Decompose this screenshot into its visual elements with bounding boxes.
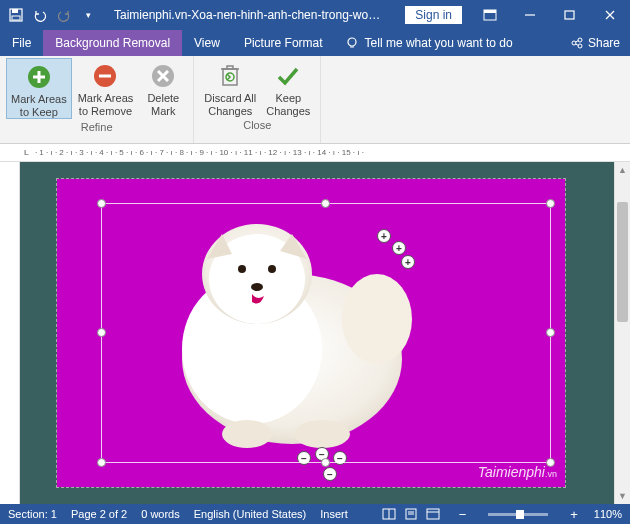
status-language[interactable]: English (United States) bbox=[194, 508, 307, 520]
crop-selection[interactable] bbox=[101, 203, 551, 463]
mark-keep-label-1: Mark Areas bbox=[11, 93, 67, 106]
status-section[interactable]: Section: 1 bbox=[8, 508, 57, 520]
scroll-down-icon[interactable]: ▼ bbox=[615, 488, 630, 504]
ribbon-options-icon[interactable] bbox=[470, 0, 510, 30]
svg-point-13 bbox=[578, 44, 582, 48]
crop-handle-n[interactable] bbox=[321, 199, 330, 208]
mark-remove-label-2: to Remove bbox=[79, 105, 132, 118]
sign-in-button[interactable]: Sign in bbox=[405, 6, 462, 24]
ribbon-group-refine: Mark Areas to Keep Mark Areas to Remove … bbox=[0, 56, 194, 143]
close-icon[interactable] bbox=[590, 0, 630, 30]
svg-point-12 bbox=[578, 38, 582, 42]
zoom-in-button[interactable]: + bbox=[568, 507, 580, 522]
mark-remove-label-1: Mark Areas bbox=[78, 92, 134, 105]
vertical-scrollbar[interactable]: ▲ ▼ bbox=[614, 162, 630, 504]
tab-picture-format[interactable]: Picture Format bbox=[232, 30, 335, 56]
close-group-label: Close bbox=[243, 117, 271, 134]
remove-mark-icon[interactable]: − bbox=[323, 467, 337, 481]
watermark: Taimienphi.vn bbox=[478, 464, 557, 481]
zoom-slider-knob[interactable] bbox=[516, 510, 524, 519]
lightbulb-icon bbox=[345, 36, 359, 50]
zoom-out-button[interactable]: − bbox=[457, 507, 469, 522]
crop-handle-nw[interactable] bbox=[97, 199, 106, 208]
zoom-percentage[interactable]: 110% bbox=[594, 508, 622, 520]
scrollbar-thumb[interactable] bbox=[617, 202, 628, 322]
crop-handle-s[interactable] bbox=[321, 458, 330, 467]
svg-rect-2 bbox=[12, 16, 20, 20]
minimize-icon[interactable] bbox=[510, 0, 550, 30]
discard-icon bbox=[216, 62, 244, 90]
save-icon[interactable] bbox=[6, 5, 26, 25]
delete-mark-button[interactable]: Delete Mark bbox=[139, 58, 187, 119]
share-button[interactable]: Share bbox=[560, 30, 630, 56]
web-layout-icon[interactable] bbox=[423, 506, 443, 522]
svg-line-14 bbox=[575, 41, 578, 43]
ruler-ticks: · 1 · ı · 2 · ı · 3 · ı · 4 · ı · 5 · ı … bbox=[35, 148, 364, 157]
status-word-count[interactable]: 0 words bbox=[141, 508, 180, 520]
qat-customize-icon[interactable]: ▾ bbox=[78, 5, 98, 25]
share-label: Share bbox=[588, 36, 620, 50]
undo-icon[interactable] bbox=[30, 5, 50, 25]
crop-handle-ne[interactable] bbox=[546, 199, 555, 208]
discard-label-1: Discard All bbox=[204, 92, 256, 105]
keep-label-2: Changes bbox=[266, 105, 310, 118]
tab-file[interactable]: File bbox=[0, 30, 43, 56]
mark-areas-to-remove-button[interactable]: Mark Areas to Remove bbox=[74, 58, 138, 119]
status-bar: Section: 1 Page 2 of 2 0 words English (… bbox=[0, 504, 630, 524]
svg-point-9 bbox=[348, 38, 356, 46]
title-bar: ▾ Taimienphi.vn-Xoa-nen-hinh-anh-chen-tr… bbox=[0, 0, 630, 30]
view-mode-buttons bbox=[379, 506, 443, 522]
tell-me-label: Tell me what you want to do bbox=[365, 36, 513, 50]
crop-handle-e[interactable] bbox=[546, 328, 555, 337]
mark-areas-to-keep-button[interactable]: Mark Areas to Keep bbox=[6, 58, 72, 119]
redo-icon[interactable] bbox=[54, 5, 74, 25]
tell-me-search[interactable]: Tell me what you want to do bbox=[335, 30, 560, 56]
document-canvas[interactable]: + + + − − − − Taimienphi.vn bbox=[20, 162, 614, 504]
keep-changes-button[interactable]: Keep Changes bbox=[262, 58, 314, 117]
discard-changes-button[interactable]: Discard All Changes bbox=[200, 58, 260, 117]
read-mode-icon[interactable] bbox=[379, 506, 399, 522]
svg-line-15 bbox=[575, 44, 578, 46]
plus-circle-icon bbox=[25, 63, 53, 91]
mark-keep-label-2: to Keep bbox=[20, 106, 58, 119]
tab-view[interactable]: View bbox=[182, 30, 232, 56]
selected-image[interactable]: + + + − − − − Taimienphi.vn bbox=[56, 178, 566, 488]
svg-rect-41 bbox=[427, 509, 439, 519]
maximize-icon[interactable] bbox=[550, 0, 590, 30]
svg-rect-1 bbox=[12, 9, 18, 13]
zoom-slider[interactable] bbox=[488, 513, 548, 516]
svg-rect-4 bbox=[484, 10, 496, 13]
delete-mark-icon bbox=[149, 62, 177, 90]
tab-background-removal[interactable]: Background Removal bbox=[43, 30, 182, 56]
document-title: Taimienphi.vn-Xoa-nen-hinh-anh-chen-tron… bbox=[114, 8, 384, 22]
delete-label-1: Delete bbox=[147, 92, 179, 105]
window-controls bbox=[470, 0, 630, 30]
refine-group-label: Refine bbox=[81, 119, 113, 136]
checkmark-icon bbox=[274, 62, 302, 90]
share-icon bbox=[570, 36, 584, 50]
vertical-ruler[interactable] bbox=[0, 162, 20, 504]
discard-label-2: Changes bbox=[208, 105, 252, 118]
print-layout-icon[interactable] bbox=[401, 506, 421, 522]
tab-stop-icon[interactable]: L bbox=[24, 148, 29, 157]
ribbon-group-close: Discard All Changes Keep Changes Close bbox=[194, 56, 321, 143]
ribbon: Mark Areas to Keep Mark Areas to Remove … bbox=[0, 56, 630, 144]
crop-handle-sw[interactable] bbox=[97, 458, 106, 467]
document-area: + + + − − − − Taimienphi.vn ▲ bbox=[0, 162, 630, 504]
horizontal-ruler[interactable]: L · 1 · ı · 2 · ı · 3 · ı · 4 · ı · 5 · … bbox=[0, 144, 630, 162]
status-page[interactable]: Page 2 of 2 bbox=[71, 508, 127, 520]
delete-label-2: Mark bbox=[151, 105, 175, 118]
status-insert-mode[interactable]: Insert bbox=[320, 508, 348, 520]
scroll-up-icon[interactable]: ▲ bbox=[615, 162, 630, 178]
keep-label-1: Keep bbox=[275, 92, 301, 105]
svg-rect-6 bbox=[565, 11, 574, 19]
minus-circle-icon bbox=[91, 62, 119, 90]
quick-access-toolbar: ▾ bbox=[0, 5, 104, 25]
crop-handle-w[interactable] bbox=[97, 328, 106, 337]
ribbon-tabs: File Background Removal View Picture For… bbox=[0, 30, 630, 56]
